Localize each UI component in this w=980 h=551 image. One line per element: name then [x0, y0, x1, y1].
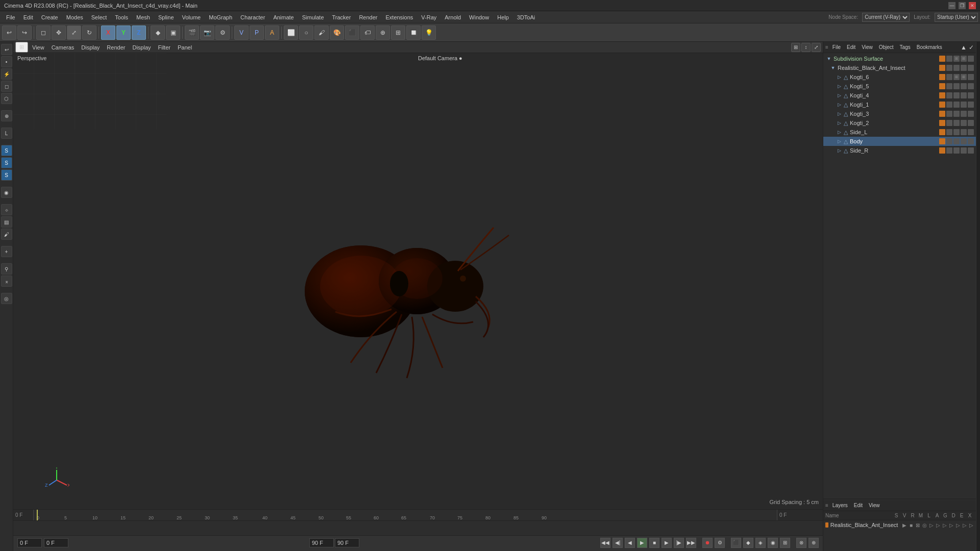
motion5-button[interactable]: ⊗	[796, 538, 806, 548]
move-button[interactable]: ✥	[52, 26, 66, 40]
right-tags-menu[interactable]: Tags	[898, 43, 913, 51]
hier-item-kogti3[interactable]: ▷ △ Kogti_3	[823, 109, 976, 118]
sidebar-axis[interactable]: ⊕	[1, 110, 12, 121]
hier-item-sideR[interactable]: ▷ △ Side_R	[823, 146, 976, 155]
hier-item-kogti5[interactable]: ▷ △ Kogti_5	[823, 82, 976, 91]
hier-item-kogti6[interactable]: ▷ △ Kogti_6 ⊠ ⊠	[823, 72, 976, 82]
layers-menu[interactable]: Layers	[830, 502, 850, 509]
sidebar-target[interactable]: ◎	[1, 293, 12, 304]
hier-item-sideL[interactable]: ▷ △ Side_L	[823, 128, 976, 137]
render-button[interactable]: 🎬	[185, 26, 199, 40]
z-axis-button[interactable]: Z	[132, 26, 146, 40]
menu-create[interactable]: Create	[37, 13, 62, 21]
menu-render[interactable]: Render	[355, 13, 381, 21]
last-frame-button[interactable]: ▶▶	[686, 538, 696, 548]
hier-item-subdivision[interactable]: ▼ Subdivision Surface ⊠ ⊠	[823, 54, 976, 63]
sidebar-undo[interactable]: ↩	[1, 44, 12, 55]
cube-button[interactable]: ⬜	[284, 26, 298, 40]
viewport-grid-button[interactable]: ⊞	[15, 42, 28, 53]
key-button[interactable]: ◆	[743, 538, 753, 548]
x-axis-button[interactable]: X	[101, 26, 115, 40]
snap-button[interactable]: 🔲	[406, 26, 421, 40]
right-panel-up[interactable]: ▲	[961, 44, 967, 51]
more-button[interactable]: ⊕	[376, 26, 390, 40]
sidebar-paint[interactable]: 🖌	[1, 229, 12, 240]
sidebar-poly[interactable]: ◻	[1, 81, 12, 92]
motion2-button[interactable]: ◈	[755, 538, 766, 548]
rotate-button[interactable]: ↻	[82, 26, 96, 40]
sidebar-brush[interactable]: ◉	[1, 187, 12, 198]
undo-button[interactable]: ↩	[2, 26, 16, 40]
motion6-button[interactable]: ⊕	[808, 538, 819, 548]
menu-vray[interactable]: V-Ray	[417, 13, 440, 21]
menu-window[interactable]: Window	[465, 13, 493, 21]
sidebar-add[interactable]: +	[1, 246, 12, 257]
next-frame-button[interactable]: ▶	[662, 538, 672, 548]
arnold-button[interactable]: A	[265, 26, 279, 40]
right-object-menu[interactable]: Object	[877, 43, 896, 51]
prev-frame-button[interactable]: ◀	[625, 538, 635, 548]
frame-end-input1[interactable]	[309, 538, 334, 547]
brush-button[interactable]: 🖌	[314, 26, 329, 40]
viewport-render-menu[interactable]: Render	[104, 43, 128, 52]
menu-mograph[interactable]: MoGraph	[205, 13, 236, 21]
sidebar-s2[interactable]: S	[1, 157, 12, 168]
right-file-menu[interactable]: File	[830, 43, 843, 51]
menu-file[interactable]: File	[2, 13, 19, 21]
select-button[interactable]: ◻	[36, 26, 51, 40]
frame-start-input[interactable]	[17, 538, 42, 547]
record-button[interactable]: ⏺	[702, 538, 713, 548]
menu-animate[interactable]: Animate	[269, 13, 298, 21]
hier-item-kogti2[interactable]: ▷ △ Kogti_2	[823, 118, 976, 128]
right-view-menu[interactable]: View	[860, 43, 875, 51]
play-button[interactable]: ▶	[637, 538, 647, 548]
menu-simulate[interactable]: Simulate	[298, 13, 328, 21]
sidebar-deform[interactable]: ⟐	[1, 204, 12, 215]
frame-current-input[interactable]	[44, 538, 68, 547]
menu-character[interactable]: Character	[236, 13, 269, 21]
sidebar-edges[interactable]: ⚡	[1, 68, 12, 80]
hier-item-insect[interactable]: ▼ Realistic_Black_Ant_Insect	[823, 63, 976, 72]
sidebar-magnet[interactable]: ⚲	[1, 263, 12, 274]
menu-tracker[interactable]: Tracker	[328, 13, 355, 21]
paint-button[interactable]: 🎨	[330, 26, 344, 40]
layers-view-menu[interactable]: View	[867, 502, 882, 509]
minimize-button[interactable]: —	[948, 2, 955, 9]
motion4-button[interactable]: ⊞	[780, 538, 790, 548]
hier-item-body[interactable]: ▷ △ Body	[823, 137, 976, 146]
python-button[interactable]: P	[250, 26, 264, 40]
right-edit-menu[interactable]: Edit	[845, 43, 857, 51]
layer-item-insect[interactable]: Realistic_Black_Ant_Insect ▶ ■ ⊠ ◎ ▷ ▷ ▷…	[823, 520, 976, 530]
viewport-panel-menu[interactable]: Panel	[175, 43, 195, 52]
tag-button[interactable]: 🏷	[360, 26, 375, 40]
menu-spline[interactable]: Spline	[154, 13, 178, 21]
motion3-button[interactable]: ◉	[768, 538, 778, 548]
viewport-cameras-menu[interactable]: Cameras	[48, 43, 78, 52]
close-button[interactable]: ✕	[969, 2, 976, 9]
viewport-display-menu[interactable]: Display	[78, 43, 103, 52]
viewport-filter-menu[interactable]: Filter	[155, 43, 174, 52]
light-button[interactable]: 💡	[422, 26, 436, 40]
viewport-icon-1[interactable]: ⊞	[791, 43, 800, 52]
menu-volume[interactable]: Volume	[178, 13, 205, 21]
vray-button[interactable]: V	[234, 26, 249, 40]
menu-mesh[interactable]: Mesh	[132, 13, 154, 21]
sidebar-s3[interactable]: S	[1, 169, 12, 181]
redo-button[interactable]: ↪	[17, 26, 32, 40]
render-settings-button[interactable]: ⚙	[215, 26, 230, 40]
menu-extensions[interactable]: Extensions	[381, 13, 417, 21]
hier-item-kogti1[interactable]: ▷ △ Kogti_1	[823, 100, 976, 109]
render-view-button[interactable]: 📷	[200, 26, 214, 40]
viewport-icon-2[interactable]: ↕	[801, 43, 811, 52]
mat-button[interactable]: ⬛	[345, 26, 359, 40]
motion-button[interactable]: ⬛	[731, 538, 741, 548]
layout-select[interactable]: Startup (User)	[935, 13, 978, 22]
node-space-select[interactable]: Current (V-Ray)	[862, 13, 910, 22]
next-key-button[interactable]: |▶	[674, 538, 684, 548]
menu-modes[interactable]: Modes	[62, 13, 87, 21]
menu-3dtoai[interactable]: 3DToAi	[513, 13, 539, 21]
hier-item-kogti4[interactable]: ▷ △ Kogti_4	[823, 91, 976, 100]
sphere-button[interactable]: ○	[299, 26, 313, 40]
menu-tools[interactable]: Tools	[111, 13, 132, 21]
viewport-icon-3[interactable]: ⤢	[812, 43, 821, 52]
